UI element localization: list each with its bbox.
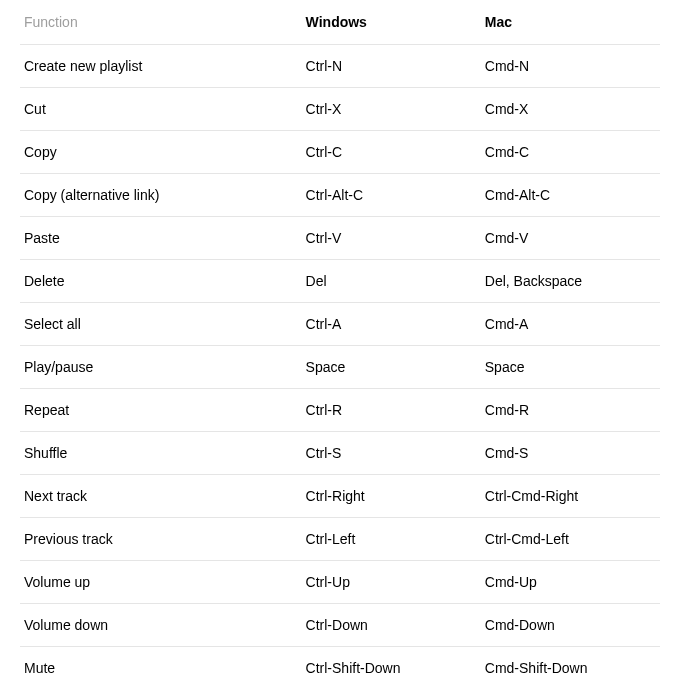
table-row: CutCtrl-XCmd-X [20, 88, 660, 131]
cell-function: Next track [20, 475, 302, 518]
table-row: Create new playlistCtrl-NCmd-N [20, 45, 660, 88]
table-row: Previous trackCtrl-LeftCtrl-Cmd-Left [20, 518, 660, 561]
cell-mac: Cmd-R [481, 389, 660, 432]
cell-function: Paste [20, 217, 302, 260]
cell-function: Delete [20, 260, 302, 303]
cell-function: Volume up [20, 561, 302, 604]
table-row: Volume upCtrl-UpCmd-Up [20, 561, 660, 604]
table-row: MuteCtrl-Shift-DownCmd-Shift-Down [20, 647, 660, 678]
cell-windows: Ctrl-V [302, 217, 481, 260]
table-row: Play/pauseSpaceSpace [20, 346, 660, 389]
header-windows: Windows [302, 14, 481, 45]
table-row: Select allCtrl-ACmd-A [20, 303, 660, 346]
cell-windows: Ctrl-X [302, 88, 481, 131]
header-function: Function [20, 14, 302, 45]
table-row: Volume downCtrl-DownCmd-Down [20, 604, 660, 647]
cell-windows: Ctrl-Right [302, 475, 481, 518]
cell-windows: Ctrl-N [302, 45, 481, 88]
header-mac: Mac [481, 14, 660, 45]
table-row: PasteCtrl-VCmd-V [20, 217, 660, 260]
cell-mac: Cmd-Down [481, 604, 660, 647]
cell-function: Copy (alternative link) [20, 174, 302, 217]
cell-windows: Del [302, 260, 481, 303]
cell-function: Play/pause [20, 346, 302, 389]
table-row: RepeatCtrl-RCmd-R [20, 389, 660, 432]
cell-mac: Cmd-V [481, 217, 660, 260]
cell-windows: Ctrl-C [302, 131, 481, 174]
cell-function: Shuffle [20, 432, 302, 475]
cell-mac: Ctrl-Cmd-Left [481, 518, 660, 561]
cell-function: Mute [20, 647, 302, 678]
cell-windows: Ctrl-Shift-Down [302, 647, 481, 678]
cell-function: Create new playlist [20, 45, 302, 88]
cell-mac: Cmd-A [481, 303, 660, 346]
cell-mac: Space [481, 346, 660, 389]
cell-mac: Cmd-C [481, 131, 660, 174]
cell-function: Copy [20, 131, 302, 174]
cell-mac: Cmd-Alt-C [481, 174, 660, 217]
cell-windows: Ctrl-Alt-C [302, 174, 481, 217]
cell-mac: Del, Backspace [481, 260, 660, 303]
cell-windows: Ctrl-Up [302, 561, 481, 604]
cell-windows: Ctrl-Down [302, 604, 481, 647]
cell-windows: Ctrl-A [302, 303, 481, 346]
cell-mac: Cmd-Shift-Down [481, 647, 660, 678]
cell-function: Cut [20, 88, 302, 131]
cell-mac: Cmd-S [481, 432, 660, 475]
shortcuts-table: Function Windows Mac Create new playlist… [20, 14, 660, 677]
table-row: CopyCtrl-CCmd-C [20, 131, 660, 174]
table-row: ShuffleCtrl-SCmd-S [20, 432, 660, 475]
cell-windows: Ctrl-R [302, 389, 481, 432]
table-header-row: Function Windows Mac [20, 14, 660, 45]
cell-mac: Ctrl-Cmd-Right [481, 475, 660, 518]
cell-mac: Cmd-Up [481, 561, 660, 604]
cell-function: Volume down [20, 604, 302, 647]
cell-windows: Ctrl-S [302, 432, 481, 475]
cell-windows: Space [302, 346, 481, 389]
table-row: Copy (alternative link)Ctrl-Alt-CCmd-Alt… [20, 174, 660, 217]
cell-function: Repeat [20, 389, 302, 432]
table-row: Next trackCtrl-RightCtrl-Cmd-Right [20, 475, 660, 518]
cell-function: Previous track [20, 518, 302, 561]
cell-function: Select all [20, 303, 302, 346]
cell-mac: Cmd-N [481, 45, 660, 88]
cell-windows: Ctrl-Left [302, 518, 481, 561]
table-row: DeleteDelDel, Backspace [20, 260, 660, 303]
cell-mac: Cmd-X [481, 88, 660, 131]
